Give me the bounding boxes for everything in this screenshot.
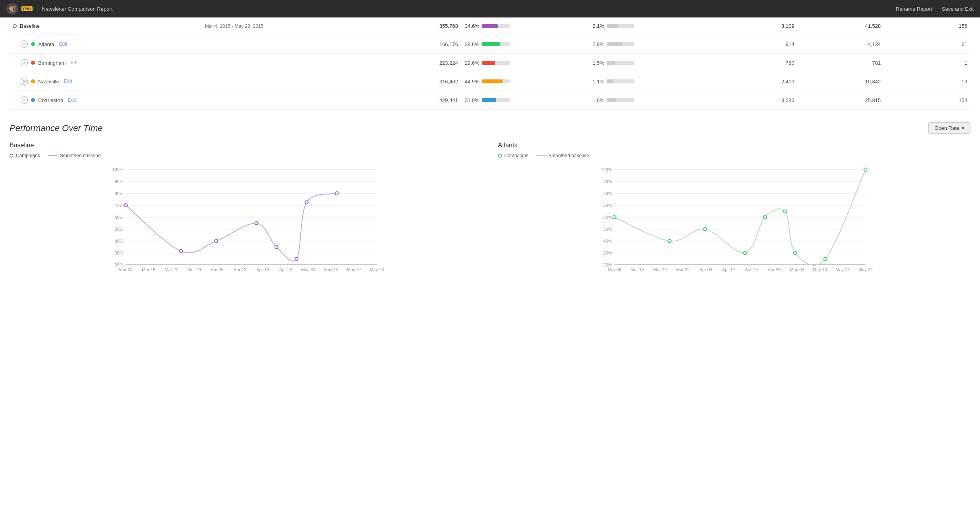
save-exit-button[interactable]: Save and Exit: [942, 6, 974, 12]
click-rate-bar-bg: [607, 61, 634, 65]
legend-smoothed-line: [48, 155, 58, 156]
legend-smoothed-label: Smoothed baseline: [60, 153, 101, 158]
campaign-dot: [180, 249, 183, 253]
x-label: Apr 26: [279, 267, 292, 272]
open-rate-cell: 29.6%: [461, 54, 586, 72]
section-title: Performance Over Time: [10, 123, 103, 133]
remove-button-atlanta[interactable]: ✕: [21, 41, 28, 48]
y-label: 30%: [115, 251, 124, 255]
chart-container-atlanta: 100%90%80%70%60%50%40%30%20% Mar 08Mar 1…: [498, 162, 971, 281]
row-name: Birmingham: [38, 60, 66, 66]
campaign-dot: [255, 222, 258, 225]
section-header: Performance Over Time Open Rate ▾: [10, 122, 970, 134]
x-label: Mar 08: [119, 267, 133, 272]
y-label: 70%: [603, 203, 612, 208]
open-rate-value: 31.0%: [464, 97, 479, 103]
open-rate-cell: 44.9%: [461, 72, 586, 91]
x-label: Mar 22: [165, 267, 178, 272]
recipients: 316,462: [375, 72, 461, 91]
pro-badge: PRO: [21, 6, 33, 11]
x-label: May 24: [370, 267, 384, 272]
chart-title-atlanta: Atlanta: [498, 142, 971, 149]
row-name-cell: Baseline: [10, 17, 202, 35]
x-label: Apr 19: [256, 267, 269, 272]
edit-link-atlanta[interactable]: Edit: [59, 41, 67, 47]
click-rate-value: 1.1%: [589, 79, 604, 85]
click-rate-bar-bg: [607, 79, 634, 83]
click-rate-bar-fill: [607, 42, 622, 46]
campaign-dot: [783, 210, 787, 213]
click-rate-bar-bg: [607, 42, 634, 46]
remove-button-nashville[interactable]: ✕: [21, 78, 28, 85]
edit-link-charleston[interactable]: Edit: [68, 97, 76, 103]
y-label: 30%: [603, 251, 612, 255]
legend-campaigns-dot: [498, 154, 502, 158]
campaign-dot: [793, 251, 796, 255]
edit-link-nashville[interactable]: Edit: [64, 79, 72, 84]
campaign-dot: [613, 216, 616, 219]
campaign-dot: [124, 204, 128, 207]
mailchimp-logo: 🐒: [6, 3, 18, 15]
x-label: Apr 05: [699, 267, 712, 272]
open-rate-value: 29.6%: [464, 60, 479, 66]
logo-area: 🐒 PRO: [6, 3, 33, 15]
x-label: Apr 26: [767, 267, 780, 272]
main-content: Baseline Mar 4, 2015 - May 28, 2015 855,…: [0, 17, 980, 290]
open-rate-cell: 31.0%: [461, 91, 586, 110]
y-label: 20%: [603, 262, 612, 267]
campaign-dot: [763, 216, 766, 219]
legend-smoothed-atlanta: Smoothed baseline: [536, 153, 589, 158]
chart-container-baseline: 100%90%80%70%60%50%40%30%20% Mar 08Mar 1…: [10, 162, 482, 281]
x-label: May 24: [858, 267, 872, 272]
x-label: Apr 05: [211, 267, 223, 272]
open-rate-bar-fill: [482, 61, 496, 65]
row-name-cell: ✕ Atlanta Edit: [10, 35, 202, 54]
open-rate-bar-fill: [482, 98, 496, 102]
y-label: 100%: [601, 167, 612, 172]
open-rate-bar-bg: [482, 42, 510, 46]
clicks: 780: [711, 54, 798, 72]
click-rate-value: 2.1%: [589, 23, 604, 29]
open-rate-value: 38.6%: [464, 41, 479, 47]
bounces: 156: [884, 17, 970, 35]
x-label: May 03: [301, 267, 315, 272]
unsubscribes: 10,842: [798, 72, 884, 91]
row-name: Nashville: [38, 79, 59, 85]
chart-panel-baseline: Baseline Campaigns Smoothed baseline 100…: [10, 142, 482, 281]
bounces: 154: [884, 91, 970, 110]
y-label: 40%: [603, 239, 612, 243]
open-rate-bar-bg: [482, 24, 510, 28]
open-rate-dropdown-button[interactable]: Open Rate ▾: [928, 122, 970, 134]
remove-button-charleston[interactable]: ✕: [21, 96, 28, 104]
x-label: May 10: [324, 267, 338, 272]
y-label: 20%: [115, 262, 124, 267]
recipients: 223,224: [375, 54, 461, 72]
row-name: Charleston: [38, 97, 63, 103]
open-rate-bar-bg: [482, 79, 510, 83]
charts-grid: Baseline Campaigns Smoothed baseline 100…: [10, 142, 970, 281]
click-rate-cell: 1.6%: [586, 91, 711, 110]
campaign-dot: [335, 192, 338, 195]
comparison-table: Baseline Mar 4, 2015 - May 28, 2015 855,…: [10, 17, 970, 110]
legend-campaigns-label: Campaigns: [16, 153, 40, 158]
campaign-dot: [275, 245, 278, 249]
smooth-curve-atlanta: [614, 170, 865, 265]
rename-report-button[interactable]: Rename Report: [896, 6, 932, 12]
row-name-cell: ✕ Nashville Edit: [10, 72, 202, 91]
x-label: Mar 15: [630, 267, 644, 272]
open-rate-cell: 34.6%: [461, 17, 586, 35]
chart-legend-baseline: Campaigns Smoothed baseline: [10, 153, 482, 158]
campaign-dot: [295, 257, 298, 260]
x-label: Mar 08: [607, 267, 621, 272]
campaign-dot: [743, 251, 746, 255]
open-rate-bar-fill: [482, 79, 503, 83]
unsubscribes: 4,134: [798, 35, 884, 54]
clicks: 3,109: [711, 17, 798, 35]
chart-svg-baseline: 100%90%80%70%60%50%40%30%20% Mar 08Mar 1…: [10, 162, 482, 281]
row-name-cell: ✕ Charleston Edit: [10, 91, 202, 110]
top-nav: 🐒 PRO Newsletter Comparison Report Renam…: [0, 0, 980, 17]
y-label: 60%: [115, 215, 124, 220]
edit-link-birmingham[interactable]: Edit: [70, 60, 79, 66]
row-name: Atlanta: [38, 41, 54, 47]
remove-button-birmingham[interactable]: ✕: [21, 59, 28, 66]
